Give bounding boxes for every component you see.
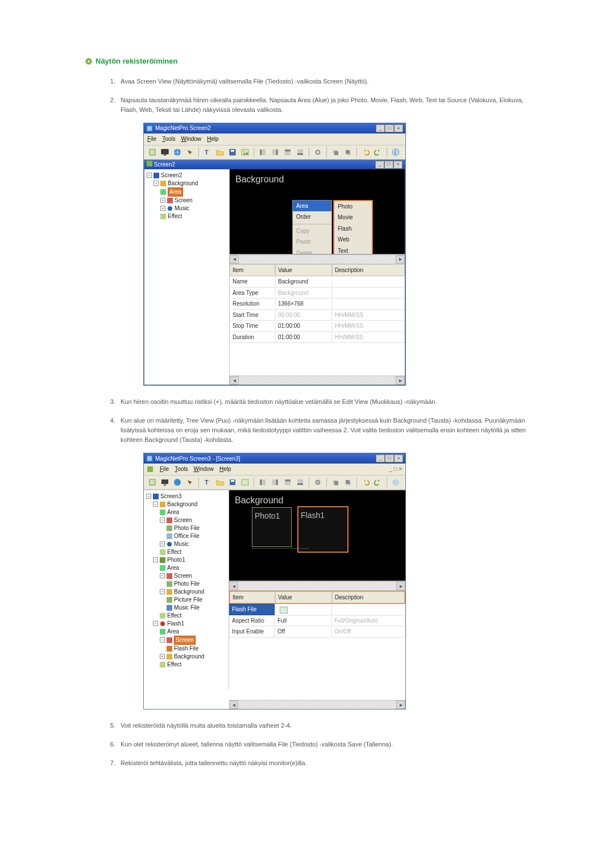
tool-info-icon[interactable] bbox=[391, 477, 401, 487]
tool-align-right-icon[interactable] bbox=[270, 147, 280, 157]
tool-redo-icon[interactable] bbox=[373, 147, 383, 157]
ctx-text[interactable]: Text bbox=[334, 245, 372, 254]
tool-arrow-icon[interactable] bbox=[185, 147, 195, 157]
tool-image-icon[interactable] bbox=[240, 147, 250, 157]
tree-screen[interactable]: +Screen bbox=[146, 197, 228, 205]
tool-align-left-icon[interactable] bbox=[258, 477, 268, 487]
scroll-track[interactable] bbox=[239, 376, 396, 385]
tree-picture-file[interactable]: Picture File bbox=[145, 596, 227, 604]
tree-effect[interactable]: Effect bbox=[146, 212, 228, 220]
tool-new-icon[interactable] bbox=[147, 477, 157, 487]
tree-background[interactable]: −Background bbox=[146, 180, 228, 187]
edit-canvas[interactable]: Background Photo1 Flash1 bbox=[229, 490, 405, 581]
grid-row[interactable]: Start Time00:00:00HH/MM/SS bbox=[230, 310, 405, 321]
tree-music[interactable]: +Music bbox=[145, 540, 227, 548]
tool-align-left-icon[interactable] bbox=[258, 147, 268, 157]
tree-background[interactable]: +Background bbox=[145, 653, 227, 661]
child-maximize-button[interactable]: □ bbox=[384, 161, 393, 169]
tree-screen[interactable]: −Screen bbox=[145, 636, 227, 645]
scroll-left-icon[interactable]: ◂ bbox=[230, 255, 239, 264]
tool-redo-icon[interactable] bbox=[373, 477, 383, 487]
tool-text-icon[interactable]: T bbox=[202, 147, 213, 157]
edit-canvas[interactable]: Background Area Order Copy Paste Delete bbox=[230, 169, 405, 254]
ctx-flash[interactable]: Flash bbox=[334, 223, 372, 235]
tool-bring-front-icon[interactable] bbox=[343, 147, 353, 157]
scroll-track[interactable] bbox=[238, 700, 396, 709]
tree-photo1[interactable]: −Photo1 bbox=[145, 556, 227, 564]
tool-align-right-icon[interactable] bbox=[270, 477, 280, 487]
tree-flash1[interactable]: −Flash1 bbox=[145, 620, 227, 628]
maximize-button[interactable]: □ bbox=[385, 124, 394, 132]
menu-file[interactable]: File bbox=[147, 135, 156, 144]
tool-align-top-icon[interactable] bbox=[283, 147, 293, 157]
tool-align-top-icon[interactable] bbox=[283, 477, 293, 487]
tree-photo-file[interactable]: Photo File bbox=[145, 524, 227, 532]
scroll-right-icon[interactable]: ▸ bbox=[396, 582, 405, 590]
menu-file[interactable]: File bbox=[160, 465, 169, 474]
child-close-button[interactable]: × bbox=[393, 161, 403, 169]
tool-align-bottom-icon[interactable] bbox=[295, 477, 305, 487]
menu-window[interactable]: Window bbox=[193, 465, 214, 474]
grid-row[interactable]: Aspect RatioFullFull/Original/Auto bbox=[229, 615, 405, 627]
ctx-photo[interactable]: Photo bbox=[334, 201, 372, 212]
scroll-left-icon[interactable]: ◂ bbox=[230, 376, 239, 385]
grid-row[interactable]: NameBackground bbox=[230, 276, 405, 287]
tool-info-icon[interactable]: i bbox=[391, 147, 401, 157]
tool-globe-icon[interactable] bbox=[172, 147, 182, 157]
canvas-hscroll[interactable]: ◂ ▸ bbox=[230, 254, 405, 264]
tree-root[interactable]: −Screen2 bbox=[146, 172, 228, 180]
close-button[interactable]: × bbox=[394, 124, 403, 132]
tool-align-bottom-icon[interactable] bbox=[295, 147, 305, 157]
tool-text-icon[interactable]: T bbox=[202, 477, 213, 487]
tree-effect[interactable]: Effect bbox=[145, 548, 227, 556]
tree-area[interactable]: Area bbox=[145, 628, 227, 636]
tree-music-file[interactable]: Music File bbox=[145, 604, 227, 612]
menu-tools[interactable]: Tools bbox=[162, 135, 175, 144]
tree-view[interactable]: −Screen2 −Background Area +Screen +Music… bbox=[144, 169, 230, 385]
tool-gear-icon[interactable] bbox=[313, 147, 323, 157]
tree-area[interactable]: Area bbox=[145, 564, 227, 572]
minimize-button[interactable]: _ bbox=[376, 124, 385, 132]
tree-effect[interactable]: Effect bbox=[145, 612, 227, 620]
tool-monitor-icon[interactable] bbox=[160, 477, 170, 487]
tree-background[interactable]: −Background bbox=[145, 588, 227, 596]
expand-icon[interactable]: − bbox=[154, 181, 159, 186]
tree-music[interactable]: +Music bbox=[146, 205, 228, 212]
grid-row[interactable]: Stop Time01:00:00HH/MM/SS bbox=[230, 320, 405, 332]
grid-row[interactable]: Area TypeBackground bbox=[230, 287, 405, 299]
grid-row[interactable]: Resolution1366×768 bbox=[230, 298, 405, 310]
scroll-track[interactable] bbox=[239, 255, 396, 264]
tool-monitor-icon[interactable] bbox=[160, 147, 170, 157]
tool-send-back-icon[interactable] bbox=[330, 147, 341, 157]
tool-folder-icon[interactable] bbox=[215, 147, 225, 157]
close-button[interactable]: × bbox=[394, 454, 403, 462]
scroll-track[interactable] bbox=[238, 582, 396, 590]
tool-save-icon[interactable] bbox=[227, 477, 238, 487]
tree-area[interactable]: Area bbox=[145, 508, 227, 516]
tool-folder-icon[interactable] bbox=[215, 477, 225, 487]
grid-hscroll[interactable]: ◂ ▸ bbox=[229, 700, 405, 709]
expand-icon[interactable]: + bbox=[160, 206, 165, 211]
tree-office-file[interactable]: Office File bbox=[145, 532, 227, 540]
area-photo1[interactable]: Photo1 bbox=[252, 507, 292, 547]
scroll-right-icon[interactable]: ▸ bbox=[396, 376, 405, 385]
grid-row-selected[interactable]: Flash File bbox=[229, 604, 405, 615]
tool-bring-front-icon[interactable] bbox=[343, 477, 353, 487]
canvas-hscroll[interactable]: ◂ ▸ bbox=[229, 581, 405, 590]
menu-help[interactable]: Help bbox=[219, 465, 231, 474]
tool-gear-icon[interactable] bbox=[313, 477, 323, 487]
tree-area[interactable]: Area bbox=[146, 187, 228, 197]
grid-hscroll[interactable]: ◂ ▸ bbox=[230, 375, 405, 385]
tool-globe-icon[interactable] bbox=[172, 477, 182, 487]
tool-send-back-icon[interactable] bbox=[330, 477, 341, 487]
menu-help[interactable]: Help bbox=[207, 135, 219, 144]
maximize-button[interactable]: □ bbox=[385, 454, 394, 462]
tool-save-icon[interactable] bbox=[227, 147, 238, 157]
ctx-order[interactable]: Order bbox=[293, 211, 331, 223]
ctx-area[interactable]: Area bbox=[293, 201, 331, 212]
browse-icon[interactable] bbox=[280, 607, 288, 614]
tree-flash-file[interactable]: Flash File bbox=[145, 645, 227, 653]
tool-image-icon[interactable] bbox=[240, 477, 250, 487]
mdi-restore-button[interactable]: _ □ × bbox=[389, 465, 402, 474]
ctx-movie[interactable]: Movie bbox=[334, 212, 372, 223]
